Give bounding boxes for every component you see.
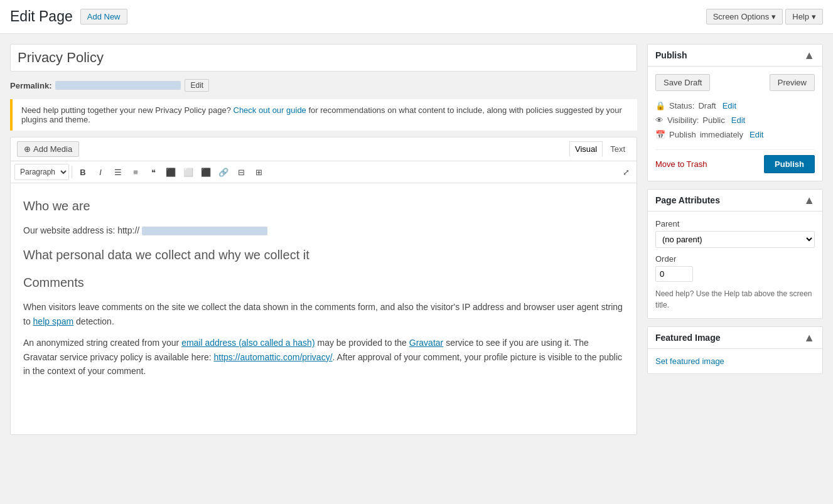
featured-image-title: Featured Image: [655, 333, 720, 343]
notice-box: Need help putting together your new Priv…: [10, 99, 637, 131]
page-attributes-toggle-icon: ▲: [803, 195, 815, 206]
page-attributes-panel: Page Attributes ▲ Parent (no parent) Ord…: [647, 189, 823, 319]
bold-button[interactable]: B: [75, 164, 91, 180]
editor-container: ⊕ Add Media Visual Text Paragraph B I ☰ …: [10, 137, 637, 435]
permalink-label: Permalink:: [10, 81, 51, 90]
featured-image-body: Set featured image: [648, 349, 822, 373]
page-attributes-title: Page Attributes: [655, 195, 720, 205]
publish-when-value: immediately: [700, 130, 743, 139]
email-link[interactable]: email address (also called a hash): [181, 338, 314, 348]
preview-button[interactable]: Preview: [770, 74, 815, 91]
content-heading-3: Comments: [23, 272, 624, 292]
sidebar: Publish ▲ Save Draft Preview 🔒 Status: D…: [647, 44, 823, 435]
notice-guide-link[interactable]: Check out our guide: [234, 105, 306, 115]
page-attributes-panel-header[interactable]: Page Attributes ▲: [648, 190, 822, 212]
page-attributes-body: Parent (no parent) Order Need help? Use …: [648, 212, 822, 318]
content-p3: An anonymized string created from your e…: [23, 336, 624, 378]
publish-toggle-icon: ▲: [803, 50, 815, 61]
permalink-url: [55, 81, 181, 90]
parent-select[interactable]: (no parent): [655, 231, 815, 248]
ordered-list-button[interactable]: ≡: [127, 164, 144, 180]
align-left-button[interactable]: ⬛: [163, 164, 179, 180]
blockquote-button[interactable]: ❝: [145, 164, 161, 180]
gravatar-link[interactable]: Gravatar: [409, 338, 443, 348]
editor-tabs: Visual Text: [569, 141, 630, 157]
publish-when-edit-link[interactable]: Edit: [750, 130, 763, 139]
page-title: Edit Page: [10, 8, 73, 25]
publish-button[interactable]: Publish: [764, 155, 815, 173]
calendar-icon: 📅: [655, 130, 665, 139]
top-bar: Edit Page Add New Screen Options ▾ Help …: [0, 0, 833, 34]
italic-button[interactable]: I: [92, 164, 109, 180]
publish-panel-header[interactable]: Publish ▲: [648, 45, 822, 67]
order-label: Order: [655, 254, 815, 264]
post-title-input[interactable]: [10, 44, 637, 72]
order-attr-row: Order: [655, 254, 815, 282]
publish-bottom-row: Move to Trash Publish: [655, 149, 815, 173]
featured-image-panel: Featured Image ▲ Set featured image: [647, 326, 823, 374]
add-new-button[interactable]: Add New: [80, 9, 127, 24]
spam-link[interactable]: help spam: [33, 316, 74, 326]
chevron-down-icon: ▾: [771, 12, 776, 21]
featured-image-panel-header[interactable]: Featured Image ▲: [648, 327, 822, 349]
expand-button[interactable]: ⤢: [620, 166, 633, 179]
publish-panel-title: Publish: [655, 50, 687, 60]
help-button[interactable]: Help ▾: [785, 9, 823, 24]
attr-help-text: Need help? Use the Help tab above the sc…: [655, 288, 815, 311]
status-row: 🔒 Status: Draft Edit: [655, 99, 815, 113]
content-heading-1: Who we are: [23, 196, 624, 216]
top-bar-right: Screen Options ▾ Help ▾: [706, 9, 823, 24]
visibility-value: Public: [702, 115, 724, 125]
tab-text[interactable]: Text: [605, 141, 630, 157]
set-featured-image-link[interactable]: Set featured image: [655, 357, 724, 366]
paragraph-select[interactable]: Paragraph: [14, 164, 69, 180]
align-center-button[interactable]: ⬜: [180, 164, 196, 180]
move-to-trash-link[interactable]: Move to Trash: [655, 159, 707, 169]
permalink-row: Permalink: Edit: [10, 77, 637, 94]
visibility-row: 👁 Visibility: Public Edit: [655, 113, 815, 127]
media-icon: ⊕: [24, 144, 31, 154]
status-icon: 🔒: [655, 101, 665, 110]
automattic-link[interactable]: https://automattic.com/privacy/: [213, 352, 332, 362]
table-button[interactable]: ⊞: [250, 164, 267, 180]
parent-attr-row: Parent (no parent): [655, 219, 815, 248]
order-input[interactable]: [655, 266, 693, 282]
editor-top-bar: ⊕ Add Media Visual Text: [11, 137, 637, 161]
featured-image-toggle-icon: ▲: [803, 332, 815, 343]
toolbar-separator: [72, 166, 72, 178]
visibility-edit-link[interactable]: Edit: [731, 115, 745, 125]
content-p2: When visitors leave comments on the site…: [23, 300, 624, 328]
editor-content[interactable]: Who we are Our website address is: http:…: [11, 183, 637, 434]
visibility-icon: 👁: [655, 115, 664, 125]
align-right-button[interactable]: ⬛: [198, 164, 214, 180]
publish-panel: Publish ▲ Save Draft Preview 🔒 Status: D…: [647, 44, 823, 181]
parent-label: Parent: [655, 219, 815, 228]
publish-actions-row: Save Draft Preview: [655, 74, 815, 91]
publish-panel-body: Save Draft Preview 🔒 Status: Draft Edit …: [648, 67, 822, 181]
status-value: Draft: [698, 101, 716, 110]
toolbar-row: Paragraph B I ☰ ≡ ❝ ⬛ ⬜ ⬛ 🔗 ⊟ ⊞ ⤢: [11, 161, 637, 183]
permalink-edit-button[interactable]: Edit: [185, 79, 209, 92]
add-media-button[interactable]: ⊕ Add Media: [17, 141, 79, 157]
chevron-down-icon: ▾: [812, 12, 816, 21]
website-url-blurred: [142, 227, 267, 235]
link-button[interactable]: 🔗: [215, 164, 232, 180]
horizontal-rule-button[interactable]: ⊟: [233, 164, 249, 180]
content-heading-2: What personal data we collect and why we…: [23, 245, 624, 265]
main-layout: Permalink: Edit Need help putting togeth…: [0, 34, 833, 445]
save-draft-button[interactable]: Save Draft: [655, 74, 710, 91]
publish-when-row: 📅 Publish immediately Edit: [655, 127, 815, 142]
content-area: Permalink: Edit Need help putting togeth…: [10, 44, 637, 435]
screen-options-button[interactable]: Screen Options ▾: [706, 9, 783, 24]
status-edit-link[interactable]: Edit: [723, 101, 736, 110]
unordered-list-button[interactable]: ☰: [110, 164, 126, 180]
tab-visual[interactable]: Visual: [569, 141, 603, 157]
content-p1: Our website address is: http://: [23, 223, 624, 237]
